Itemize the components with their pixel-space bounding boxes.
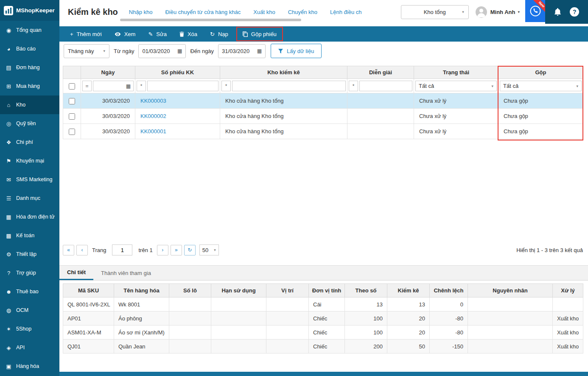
refresh-grid-button[interactable]: ↻ (184, 245, 196, 255)
detail-cell: AP01 (63, 311, 114, 325)
voucher-link[interactable]: KK000001 (140, 128, 166, 135)
sidebar-item[interactable]: ⊞Mua hàng (0, 77, 59, 95)
sidebar-item[interactable]: ◕Báo cáo (0, 39, 59, 58)
row-checkbox[interactable] (69, 129, 75, 135)
calendar-icon[interactable]: ▦ (177, 48, 182, 53)
detail-cell (468, 325, 553, 340)
header-tab[interactable]: Xuất kho (253, 9, 275, 15)
view-button[interactable]: Xem (108, 26, 142, 42)
detail-cell (169, 325, 211, 340)
sidebar-item[interactable]: ◉Tổng quan (0, 21, 59, 39)
detail-row[interactable]: QJ01Quần JeanChiếc20050-150Xuất kho (63, 340, 583, 354)
merge-filter-select[interactable]: Tất cả▾ (500, 81, 582, 91)
sidebar-item[interactable]: ⚙Thiết lập (0, 245, 59, 264)
last-page-button[interactable]: » (171, 245, 182, 255)
sidebar-item-label: Thuê bao (16, 289, 39, 295)
filter-operator-button[interactable]: * (349, 81, 358, 91)
sidebar-item[interactable]: ◎Quỹ tiền (0, 114, 59, 133)
sidebar-item[interactable]: ❖Chi phí (0, 133, 59, 152)
reload-button[interactable]: ↻Nạp (204, 26, 235, 42)
row-checkbox[interactable] (69, 113, 75, 120)
sidebar-item[interactable]: ⚑Khuyến mại (0, 152, 59, 170)
sidebar-item[interactable]: ▩Kế toán (0, 226, 59, 245)
voucher-link[interactable]: KK000003 (140, 98, 166, 104)
filter-input[interactable] (96, 83, 126, 89)
period-select[interactable]: Tháng này ▾ (64, 44, 109, 58)
grid-row[interactable]: 30/03/2020KK000003Kho cửa hàng Kho tổngC… (63, 93, 583, 109)
sidebar-item[interactable]: ▤Đơn hàng (0, 58, 59, 77)
status-filter-select[interactable]: Tất cả▾ (415, 81, 497, 91)
detail-tab[interactable]: Thành viên tham gia (93, 266, 159, 280)
header-tab[interactable]: Điều chuyển từ cửa hàng khác (165, 9, 241, 15)
filter-input[interactable] (150, 83, 216, 89)
filter-operator-button[interactable]: * (221, 81, 231, 91)
calendar-icon[interactable]: ▦ (126, 84, 131, 89)
sidebar-item-icon: ⊞ (5, 83, 12, 90)
detail-tab[interactable]: Chi tiết (59, 266, 93, 280)
detail-row[interactable]: AP01Áo phôngChiếc10020-80Xuất kho (63, 311, 583, 325)
sidebar-item-icon: ▦ (5, 214, 12, 220)
sidebar-item-icon: ☻ (5, 289, 12, 295)
grid-filter-cell: Tất cả▾ (414, 79, 498, 93)
grid-row[interactable]: 30/03/2020KK000002Kho cửa hàng Kho tổngC… (63, 109, 583, 124)
tabs-scrollbar[interactable] (120, 19, 301, 21)
sidebar-item[interactable]: ☰Danh mục (0, 189, 59, 208)
filter-input-box (359, 81, 412, 91)
sidebar-item[interactable]: ◈API (0, 338, 59, 357)
grid-row[interactable]: 30/03/2020KK000001Kho cửa hàng Kho tổngC… (63, 124, 583, 139)
to-date-input[interactable] (222, 48, 255, 54)
prev-page-button[interactable]: ‹ (76, 245, 88, 255)
sidebar-item[interactable]: ☻Thuê bao (0, 282, 59, 301)
avatar[interactable] (476, 6, 487, 18)
add-button[interactable]: +Thêm mới (64, 26, 108, 42)
sidebar-item[interactable]: ✶5Shop (0, 320, 59, 338)
help-button[interactable]: ? (570, 7, 579, 17)
support-button[interactable]: New (525, 0, 545, 22)
sidebar-item-icon: ◉ (5, 27, 12, 34)
sidebar-item-icon: ⌂ (5, 102, 12, 108)
sidebar-item-label: Kho (16, 102, 25, 108)
brand-logo[interactable]: MShopKeeper (0, 0, 59, 21)
header-tab[interactable]: Lệnh điều ch (330, 9, 361, 15)
filter-input[interactable] (362, 83, 409, 89)
filter-input[interactable] (235, 83, 343, 89)
voucher-link[interactable]: KK000002 (140, 113, 166, 119)
calendar-icon[interactable]: ▦ (257, 48, 262, 53)
row-warehouse-cell: Kho cửa hàng Kho tổng (220, 109, 347, 124)
sidebar-item[interactable]: ⌂Kho (0, 95, 59, 114)
row-checkbox[interactable] (69, 98, 75, 104)
sidebar-item[interactable]: ◍OCM (0, 301, 59, 320)
detail-row[interactable]: ASM01-XA-MÁo sơ mi (Xanh/M)Chiếc10020-80… (63, 325, 583, 340)
header-tab[interactable]: Nhập kho (129, 9, 153, 15)
store-select[interactable]: Kho tổng ▾ (401, 5, 469, 19)
filter-input-box: ▦ (93, 81, 134, 91)
page-number-input[interactable] (112, 244, 132, 255)
grid-body: 30/03/2020KK000003Kho cửa hàng Kho tổngC… (63, 93, 583, 139)
load-data-button[interactable]: Lấy dữ liệu (271, 44, 322, 58)
detail-row[interactable]: QL 8001-IV6-2XLWk 8001Cái13130 (63, 297, 583, 311)
sidebar-item[interactable]: ✉SMS Marketing (0, 170, 59, 189)
sidebar-item-label: Trợ giúp (16, 270, 36, 276)
filter-operator-button[interactable]: = (82, 81, 92, 91)
page-size-select[interactable]: 50 ▾ (199, 244, 219, 255)
detail-cell (169, 340, 211, 354)
user-menu-caret-icon[interactable]: ▾ (518, 10, 520, 14)
chevron-down-icon: ▾ (491, 84, 493, 88)
first-page-button[interactable]: « (63, 245, 74, 255)
from-date-input[interactable] (142, 48, 175, 54)
sidebar-item[interactable]: ▣Hàng hóa (0, 357, 59, 376)
user-name[interactable]: Minh Anh (490, 9, 515, 15)
select-all-checkbox[interactable] (69, 83, 75, 90)
edit-button[interactable]: ✎Sửa (142, 26, 173, 42)
header-tab[interactable]: Chuyển kho (288, 9, 317, 15)
delete-button[interactable]: Xóa (173, 26, 204, 42)
sidebar-item[interactable]: ?Trợ giúp (0, 264, 59, 282)
grid-header-row: NgàySố phiếu KKKho kiểm kêDiễn giảiTrạng… (63, 66, 583, 79)
next-page-button[interactable]: › (157, 245, 168, 255)
detail-cell: 0 (430, 297, 468, 311)
sidebar-item[interactable]: ▦Hóa đơn điện tử (0, 208, 59, 226)
filter-operator-button[interactable]: * (137, 81, 146, 91)
merge-voucher-button[interactable]: Gộp phiếu (236, 27, 283, 41)
detail-column-header: Đơn vị tính (309, 284, 345, 297)
notifications-bell-icon[interactable] (554, 8, 561, 16)
